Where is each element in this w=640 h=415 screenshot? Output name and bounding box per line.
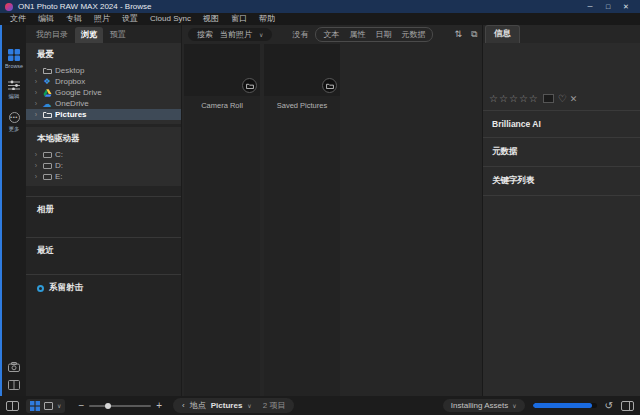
- section-label: 元数据: [492, 146, 518, 156]
- tree-item-dropbox[interactable]: › ❖ Dropbox: [26, 76, 181, 87]
- filter-bar: 没有 文本 属性 日期 元数据: [287, 27, 433, 42]
- tree-item-drive-d[interactable]: › D:: [26, 160, 181, 171]
- star-rating[interactable]: ☆☆☆☆☆: [489, 93, 539, 104]
- minimize-button[interactable]: ─: [581, 0, 599, 13]
- back-icon[interactable]: ‹: [182, 401, 185, 410]
- tab-presets[interactable]: 预置: [104, 27, 132, 43]
- maximize-button[interactable]: □: [599, 0, 617, 13]
- slider-thumb[interactable]: [105, 403, 111, 409]
- folder-badge-icon: [322, 78, 337, 93]
- expand-chevron-icon[interactable]: ›: [33, 89, 39, 96]
- zoom-in-button[interactable]: +: [156, 401, 162, 411]
- section-brilliance-ai[interactable]: Brilliance AI: [483, 110, 640, 137]
- tab-info[interactable]: 信息: [485, 25, 520, 43]
- dual-pane-icon[interactable]: [8, 380, 20, 390]
- thumbnail-size-control: − +: [78, 401, 162, 411]
- more-module-label: 更多: [9, 125, 20, 133]
- expand-chevron-icon[interactable]: ›: [33, 100, 39, 107]
- zoom-out-button[interactable]: −: [78, 401, 84, 411]
- menu-cloud-sync[interactable]: Cloud Sync: [144, 13, 197, 25]
- folder-icon: [42, 111, 52, 118]
- menu-album[interactable]: 专辑: [60, 13, 88, 25]
- current-folder-name[interactable]: Pictures: [211, 401, 243, 410]
- tab-my-catalogs[interactable]: 我的目录: [30, 27, 74, 43]
- tree-item-label: Desktop: [55, 66, 84, 75]
- tethered-shooting-row[interactable]: 系留射击: [26, 274, 181, 301]
- menu-edit[interactable]: 编辑: [32, 13, 60, 25]
- tree-item-google-drive[interactable]: › Google Drive: [26, 87, 181, 98]
- window-controls: ─ □ ✕: [581, 0, 635, 13]
- edit-sliders-icon: [8, 80, 20, 90]
- compare-icon[interactable]: ⧉: [471, 29, 477, 39]
- panel-toggle-left-icon[interactable]: [6, 401, 19, 411]
- tile-label: Camera Roll: [184, 96, 260, 110]
- section-label: Brilliance AI: [492, 119, 541, 129]
- title-bar: ON1 Photo RAW MAX 2024 - Browse ─ □ ✕: [0, 0, 640, 13]
- folder-tree: 最爱 › Desktop › ❖ Dropbox ›: [26, 43, 181, 396]
- filter-metadata[interactable]: 元数据: [396, 28, 430, 41]
- refresh-icon[interactable]: ↺: [605, 401, 613, 411]
- expand-chevron-icon[interactable]: ›: [33, 173, 39, 180]
- filter-none[interactable]: 没有: [287, 28, 313, 41]
- sort-icon[interactable]: ⇅: [454, 29, 462, 39]
- item-count: 2 项目: [263, 400, 286, 411]
- filter-group: 文本 属性 日期 元数据: [315, 27, 433, 42]
- filter-date[interactable]: 日期: [370, 28, 396, 41]
- expand-chevron-icon[interactable]: ›: [33, 78, 39, 85]
- folder-tile-saved-pictures[interactable]: [264, 44, 340, 96]
- color-label-swatch[interactable]: [543, 94, 554, 103]
- search-label: 搜索: [197, 29, 213, 40]
- tree-item-label: E:: [55, 172, 63, 181]
- expand-chevron-icon[interactable]: ›: [33, 151, 39, 158]
- tab-browse[interactable]: 浏览: [75, 27, 103, 43]
- menu-view[interactable]: 视图: [197, 13, 225, 25]
- folder-tile-camera-roll[interactable]: [184, 44, 260, 96]
- install-progress-bar: [533, 403, 597, 408]
- edit-module-label: 编辑: [9, 92, 20, 100]
- section-metadata[interactable]: 元数据: [483, 137, 640, 166]
- drive-icon: [42, 174, 52, 180]
- location-breadcrumb[interactable]: ‹ 地点 Pictures ∨ 2 项目: [173, 398, 294, 413]
- detail-view-icon[interactable]: [44, 402, 53, 410]
- tree-item-onedrive[interactable]: › ☁ OneDrive: [26, 98, 181, 109]
- expand-chevron-icon[interactable]: ›: [33, 111, 39, 118]
- like-heart-icon[interactable]: ♡: [558, 93, 567, 104]
- grid-column: Saved Pictures: [264, 44, 340, 396]
- status-right-group: Installing Assets ∨ ↺: [443, 399, 634, 412]
- menu-photo[interactable]: 照片: [88, 13, 116, 25]
- onedrive-icon: ☁: [42, 100, 52, 108]
- thumbnail-size-slider[interactable]: [89, 405, 151, 407]
- search-scope-control[interactable]: 搜索 当前照片 ∨: [188, 28, 272, 41]
- menu-window[interactable]: 窗口: [225, 13, 253, 25]
- close-button[interactable]: ✕: [617, 0, 635, 13]
- filter-attributes[interactable]: 属性: [344, 28, 370, 41]
- menu-file[interactable]: 文件: [4, 13, 32, 25]
- filter-text[interactable]: 文本: [318, 28, 344, 41]
- window-title: ON1 Photo RAW MAX 2024 - Browse: [18, 2, 152, 11]
- albums-header-label: 相册: [37, 204, 54, 216]
- module-strip: Browse 编辑 ••• 更多: [0, 25, 26, 396]
- chevron-down-icon: ∨: [512, 402, 516, 409]
- recent-header[interactable]: 最近: [26, 237, 181, 264]
- menu-help[interactable]: 帮助: [253, 13, 281, 25]
- module-edit[interactable]: 编辑: [8, 80, 20, 101]
- info-tab-row: 信息: [483, 25, 640, 43]
- albums-header[interactable]: 相册: [26, 196, 181, 223]
- menu-settings[interactable]: 设置: [116, 13, 144, 25]
- reject-icon[interactable]: ✕: [570, 94, 578, 104]
- browse-grid-icon: [8, 49, 20, 61]
- tree-item-pictures[interactable]: › Pictures: [26, 109, 181, 120]
- module-browse[interactable]: Browse: [4, 49, 24, 69]
- module-more[interactable]: ••• 更多: [8, 112, 20, 134]
- grid-view-icon[interactable]: [30, 401, 40, 411]
- expand-chevron-icon[interactable]: ›: [33, 67, 39, 74]
- panel-toggle-right-icon[interactable]: [621, 401, 634, 411]
- tree-item-desktop[interactable]: › Desktop: [26, 65, 181, 76]
- tree-item-drive-c[interactable]: › C:: [26, 149, 181, 160]
- view-mode-switcher[interactable]: ∨: [26, 399, 65, 413]
- installing-assets-dropdown[interactable]: Installing Assets ∨: [443, 399, 525, 412]
- expand-chevron-icon[interactable]: ›: [33, 162, 39, 169]
- section-keyword-list[interactable]: 关键字列表: [483, 166, 640, 196]
- camera-icon[interactable]: [8, 362, 20, 372]
- tree-item-drive-e[interactable]: › E:: [26, 171, 181, 182]
